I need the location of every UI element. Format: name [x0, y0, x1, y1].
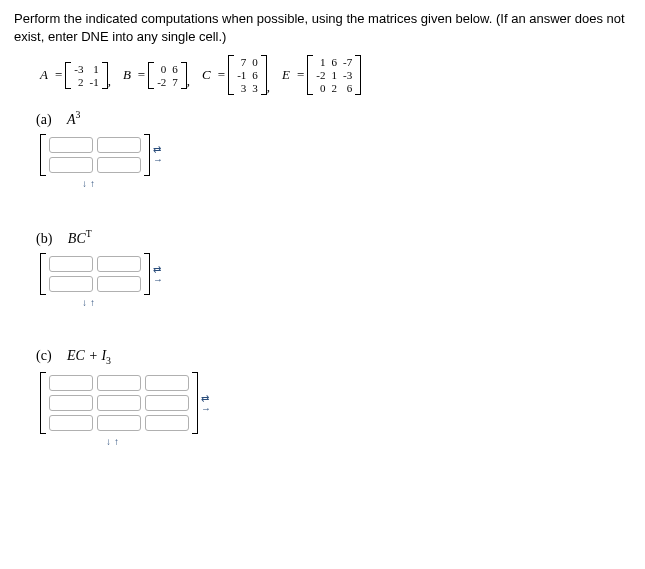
- matrix-B: B = 06 -27 ,: [123, 62, 192, 89]
- matrix-C: C = 70 -16 33 ,: [202, 55, 272, 95]
- equals-sign: =: [55, 67, 62, 83]
- part-b-answer-matrix: ⇄ →: [40, 253, 631, 295]
- part-c-answer-matrix: ⇄ →: [40, 372, 631, 434]
- part-b-cell-2-2[interactable]: [97, 276, 141, 292]
- matrix-E-label: E: [282, 67, 290, 83]
- part-a-cell-2-1[interactable]: [49, 157, 93, 173]
- part-c-cell-2-3[interactable]: [145, 395, 189, 411]
- part-b-cell-2-1[interactable]: [49, 276, 93, 292]
- part-c-cell-1-2[interactable]: [97, 375, 141, 391]
- part-c-cell-2-2[interactable]: [97, 395, 141, 411]
- matrix-C-label: C: [202, 67, 211, 83]
- add-col-icon[interactable]: ↑: [114, 436, 119, 447]
- part-a: (a) A3 ⇄ → ↓ ↑: [36, 109, 631, 189]
- add-col-icon[interactable]: ↑: [90, 297, 95, 308]
- part-c-col-controls[interactable]: ↓ ↑: [106, 436, 631, 447]
- part-a-row-controls[interactable]: ⇄ →: [153, 145, 163, 164]
- part-c-cell-3-2[interactable]: [97, 415, 141, 431]
- matrix-A: A = -31 2-1 ,: [40, 62, 113, 89]
- part-b-row-controls[interactable]: ⇄ →: [153, 265, 163, 284]
- part-a-answer-matrix: ⇄ →: [40, 134, 631, 176]
- add-row-icon[interactable]: →: [153, 155, 163, 164]
- part-a-expression: A3: [67, 112, 80, 127]
- part-b-col-controls[interactable]: ↓ ↑: [82, 297, 631, 308]
- part-b-cell-1-2[interactable]: [97, 256, 141, 272]
- part-a-cell-1-1[interactable]: [49, 137, 93, 153]
- part-c-cell-1-1[interactable]: [49, 375, 93, 391]
- matrix-A-label: A: [40, 67, 48, 83]
- add-col-icon[interactable]: ↑: [90, 178, 95, 189]
- part-a-cell-1-2[interactable]: [97, 137, 141, 153]
- part-c: (c) EC + I3 ⇄ → ↓ ↑: [36, 348, 631, 447]
- remove-row-icon[interactable]: ⇄: [201, 394, 211, 403]
- part-b-letter: (b): [36, 231, 52, 246]
- part-c-row-controls[interactable]: ⇄ →: [201, 394, 211, 413]
- part-a-letter: (a): [36, 112, 52, 127]
- part-a-cell-2-2[interactable]: [97, 157, 141, 173]
- part-c-letter: (c): [36, 348, 52, 363]
- part-c-cell-1-3[interactable]: [145, 375, 189, 391]
- given-matrices: A = -31 2-1 , B = 06 -27 , C =: [40, 55, 631, 95]
- matrix-E: E = 16-7 -21-3 026: [282, 55, 361, 95]
- part-c-cell-3-3[interactable]: [145, 415, 189, 431]
- matrix-B-label: B: [123, 67, 131, 83]
- remove-col-icon[interactable]: ↓: [82, 297, 87, 308]
- add-row-icon[interactable]: →: [201, 404, 211, 413]
- part-c-expression: EC + I3: [67, 348, 111, 363]
- remove-row-icon[interactable]: ⇄: [153, 265, 163, 274]
- remove-col-icon[interactable]: ↓: [106, 436, 111, 447]
- part-c-cell-2-1[interactable]: [49, 395, 93, 411]
- remove-row-icon[interactable]: ⇄: [153, 145, 163, 154]
- remove-col-icon[interactable]: ↓: [82, 178, 87, 189]
- part-c-cell-3-1[interactable]: [49, 415, 93, 431]
- part-a-col-controls[interactable]: ↓ ↑: [82, 178, 631, 189]
- add-row-icon[interactable]: →: [153, 275, 163, 284]
- part-b-cell-1-1[interactable]: [49, 256, 93, 272]
- part-b-expression: BCT: [68, 231, 92, 246]
- part-b: (b) BCT ⇄ → ↓ ↑: [36, 229, 631, 309]
- instructions-text: Perform the indicated computations when …: [14, 10, 631, 45]
